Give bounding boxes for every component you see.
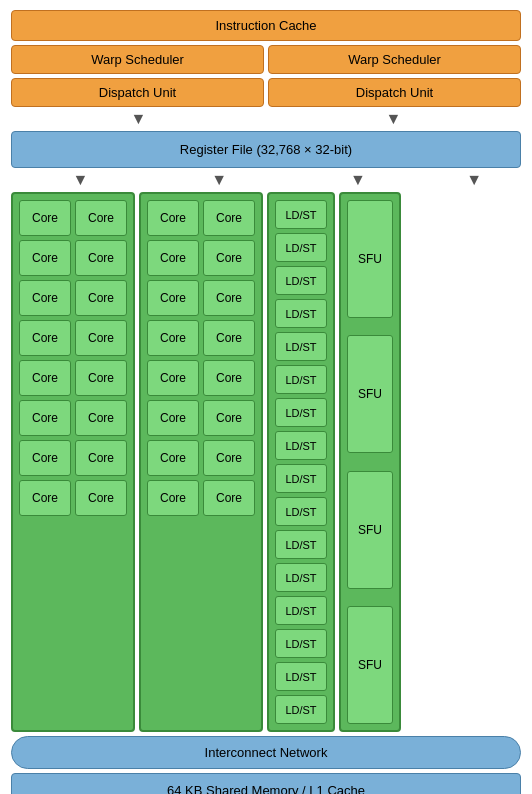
sfu-1: SFU bbox=[347, 200, 393, 318]
core-2-9: Core bbox=[147, 360, 199, 396]
core-2-13: Core bbox=[147, 440, 199, 476]
core-row-1-6: Core Core bbox=[19, 400, 127, 436]
arrow-6: ▼ bbox=[429, 172, 519, 188]
core-2-11: Core bbox=[147, 400, 199, 436]
dispatch-unit-right: Dispatch Unit bbox=[268, 78, 521, 107]
core-row-2-4: Core Core bbox=[147, 320, 255, 356]
core-row-1-4: Core Core bbox=[19, 320, 127, 356]
core-2-12: Core bbox=[203, 400, 255, 436]
core-row-2-7: Core Core bbox=[147, 440, 255, 476]
ldst-6: LD/ST bbox=[275, 365, 327, 394]
core-2-16: Core bbox=[203, 480, 255, 516]
core-row-1-5: Core Core bbox=[19, 360, 127, 396]
core-2-5: Core bbox=[147, 280, 199, 316]
core-row-2-2: Core Core bbox=[147, 240, 255, 276]
ldst-11: LD/ST bbox=[275, 530, 327, 559]
core-group-2: Core Core Core Core Core Core Core Core … bbox=[139, 192, 263, 732]
core-row-1-7: Core Core bbox=[19, 440, 127, 476]
core-1-14: Core bbox=[75, 440, 127, 476]
sfu-3: SFU bbox=[347, 471, 393, 589]
core-1-5: Core bbox=[19, 280, 71, 316]
core-row-2-8: Core Core bbox=[147, 480, 255, 516]
core-1-7: Core bbox=[19, 320, 71, 356]
interconnect-network: Interconnect Network bbox=[11, 736, 521, 769]
arrow-3: ▼ bbox=[13, 172, 148, 188]
core-2-6: Core bbox=[203, 280, 255, 316]
core-1-3: Core bbox=[19, 240, 71, 276]
main-compute-area: Core Core Core Core Core Core Core Core … bbox=[11, 192, 521, 732]
core-2-1: Core bbox=[147, 200, 199, 236]
core-1-11: Core bbox=[19, 400, 71, 436]
arrow-4: ▼ bbox=[152, 172, 287, 188]
arrows-row-2: ▼ ▼ ▼ ▼ bbox=[11, 172, 521, 188]
sfu-2: SFU bbox=[347, 335, 393, 453]
core-1-1: Core bbox=[19, 200, 71, 236]
core-1-15: Core bbox=[19, 480, 71, 516]
dispatch-unit-row: Dispatch Unit Dispatch Unit bbox=[11, 78, 521, 107]
ldst-3: LD/ST bbox=[275, 266, 327, 295]
gpu-sm-diagram: Instruction Cache Warp Scheduler Warp Sc… bbox=[11, 10, 521, 794]
core-1-10: Core bbox=[75, 360, 127, 396]
ldst-2: LD/ST bbox=[275, 233, 327, 262]
core-row-2-1: Core Core bbox=[147, 200, 255, 236]
core-2-10: Core bbox=[203, 360, 255, 396]
shared-memory: 64 KB Shared Memory / L1 Cache bbox=[11, 773, 521, 794]
arrow-1: ▼ bbox=[13, 111, 264, 127]
core-row-2-6: Core Core bbox=[147, 400, 255, 436]
core-group-1: Core Core Core Core Core Core Core Core … bbox=[11, 192, 135, 732]
core-row-2-3: Core Core bbox=[147, 280, 255, 316]
warp-scheduler-row: Warp Scheduler Warp Scheduler bbox=[11, 45, 521, 74]
arrow-5: ▼ bbox=[290, 172, 425, 188]
sfu-group: SFU SFU SFU SFU bbox=[339, 192, 401, 732]
ldst-4: LD/ST bbox=[275, 299, 327, 328]
core-2-2: Core bbox=[203, 200, 255, 236]
core-2-7: Core bbox=[147, 320, 199, 356]
ldst-8: LD/ST bbox=[275, 431, 327, 460]
core-2-3: Core bbox=[147, 240, 199, 276]
ldst-5: LD/ST bbox=[275, 332, 327, 361]
core-1-13: Core bbox=[19, 440, 71, 476]
arrow-2: ▼ bbox=[268, 111, 519, 127]
core-row-1-3: Core Core bbox=[19, 280, 127, 316]
warp-scheduler-left: Warp Scheduler bbox=[11, 45, 264, 74]
core-row-1-2: Core Core bbox=[19, 240, 127, 276]
ldst-16: LD/ST bbox=[275, 695, 327, 724]
core-1-12: Core bbox=[75, 400, 127, 436]
core-row-2-5: Core Core bbox=[147, 360, 255, 396]
core-1-2: Core bbox=[75, 200, 127, 236]
sfu-4: SFU bbox=[347, 606, 393, 724]
dispatch-unit-left: Dispatch Unit bbox=[11, 78, 264, 107]
instruction-cache: Instruction Cache bbox=[11, 10, 521, 41]
ldst-10: LD/ST bbox=[275, 497, 327, 526]
ldst-9: LD/ST bbox=[275, 464, 327, 493]
ldst-7: LD/ST bbox=[275, 398, 327, 427]
ldst-1: LD/ST bbox=[275, 200, 327, 229]
core-row-1-1: Core Core bbox=[19, 200, 127, 236]
arrows-row-1: ▼ ▼ bbox=[11, 111, 521, 127]
core-1-4: Core bbox=[75, 240, 127, 276]
core-2-14: Core bbox=[203, 440, 255, 476]
ldst-15: LD/ST bbox=[275, 662, 327, 691]
ldst-12: LD/ST bbox=[275, 563, 327, 592]
core-2-15: Core bbox=[147, 480, 199, 516]
ldst-13: LD/ST bbox=[275, 596, 327, 625]
ldst-group: LD/ST LD/ST LD/ST LD/ST LD/ST LD/ST LD/S… bbox=[267, 192, 335, 732]
ldst-14: LD/ST bbox=[275, 629, 327, 658]
core-1-9: Core bbox=[19, 360, 71, 396]
core-1-16: Core bbox=[75, 480, 127, 516]
core-2-8: Core bbox=[203, 320, 255, 356]
core-1-8: Core bbox=[75, 320, 127, 356]
core-1-6: Core bbox=[75, 280, 127, 316]
warp-scheduler-right: Warp Scheduler bbox=[268, 45, 521, 74]
register-file: Register File (32,768 × 32-bit) bbox=[11, 131, 521, 168]
core-2-4: Core bbox=[203, 240, 255, 276]
core-row-1-8: Core Core bbox=[19, 480, 127, 516]
